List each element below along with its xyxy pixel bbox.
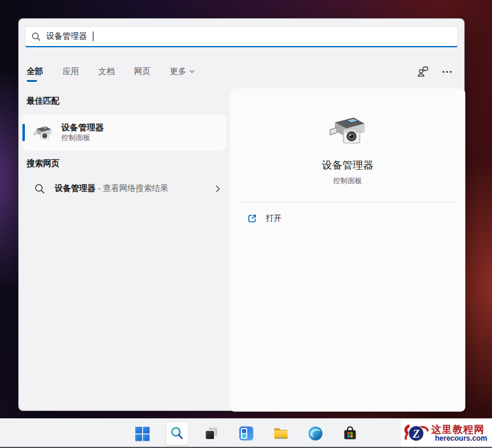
selection-indicator [22, 124, 25, 141]
tab-apps[interactable]: 应用 [62, 62, 79, 81]
watermark-domain: herecours.com [435, 435, 487, 443]
more-options-icon[interactable] [442, 70, 452, 73]
widgets-button[interactable] [235, 421, 258, 446]
tab-more[interactable]: 更多 [169, 62, 195, 81]
preview-title: 设备管理器 [230, 158, 465, 172]
search-icon [35, 184, 45, 194]
device-manager-icon [33, 124, 52, 141]
svg-text:Z: Z [413, 428, 420, 440]
tab-all[interactable]: 全部 [26, 62, 44, 81]
text-caret [93, 32, 94, 41]
watermark-logo: Z [402, 420, 430, 447]
best-match-header: 最佳匹配 [27, 96, 59, 107]
chevron-down-icon [189, 70, 195, 73]
site-watermark: Z 这里教程网 herecours.com [401, 420, 492, 447]
search-input[interactable]: 设备管理器 [25, 26, 458, 47]
divider [240, 202, 455, 202]
open-action[interactable]: 打开 [247, 213, 281, 224]
microsoft-store-button[interactable] [339, 421, 362, 446]
device-manager-icon [329, 113, 366, 149]
web-result-query: 设备管理器 [55, 184, 96, 193]
start-button[interactable] [131, 421, 154, 446]
search-filter-tabbar: 全部 应用 文档 网页 更多 [26, 60, 457, 83]
watermark-title: 这里教程网 [431, 424, 487, 435]
file-explorer-button[interactable] [269, 421, 292, 446]
open-external-icon [247, 213, 257, 224]
open-label: 打开 [266, 213, 281, 224]
search-icon [32, 32, 41, 41]
tab-web[interactable]: 网页 [133, 62, 151, 81]
task-view-button[interactable] [200, 421, 223, 446]
chevron-right-icon [215, 185, 220, 193]
search-query-text: 设备管理器 [46, 31, 87, 42]
web-result-suffix: - 查看网络搜索结果 [98, 184, 168, 193]
best-match-subtitle: 控制面板 [61, 133, 104, 143]
search-icon [170, 426, 184, 441]
result-preview-pane: 设备管理器 控制面板 打开 [230, 89, 465, 412]
best-match-title: 设备管理器 [61, 122, 104, 133]
feedback-account-icon[interactable] [417, 65, 429, 78]
best-match-result[interactable]: 设备管理器 控制面板 [22, 115, 226, 150]
web-search-header: 搜索网页 [27, 158, 59, 169]
web-search-result[interactable]: 设备管理器 - 查看网络搜索结果 [22, 175, 226, 202]
search-taskbar-button[interactable] [166, 421, 189, 446]
edge-browser-button[interactable] [304, 421, 327, 446]
preview-subtitle: 控制面板 [230, 176, 465, 186]
search-flyout-panel: 设备管理器 全部 应用 文档 网页 更多 [18, 18, 465, 411]
tab-documents[interactable]: 文档 [98, 62, 115, 81]
